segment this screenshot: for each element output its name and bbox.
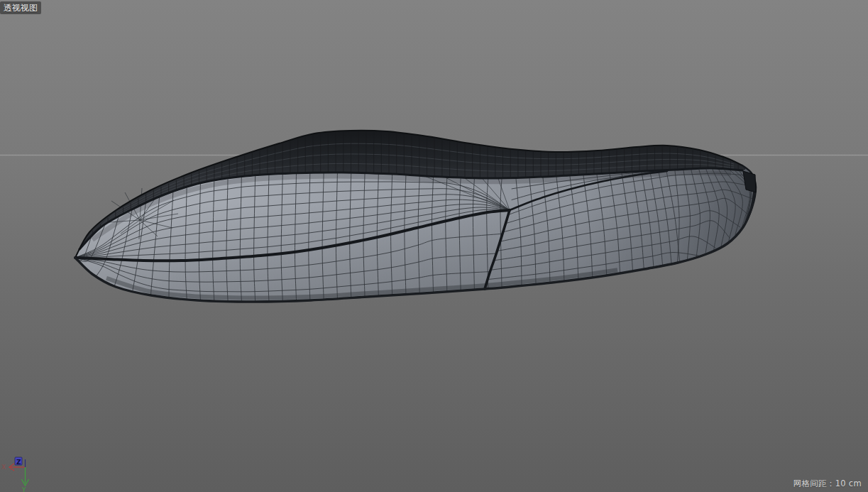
- viewport-label: 透视视图: [0, 1, 41, 14]
- mesh-object[interactable]: [75, 131, 756, 302]
- viewport-canvas[interactable]: X Z Y: [0, 0, 868, 492]
- x-axis-label: X: [1, 464, 6, 471]
- y-axis-label: Y: [21, 486, 26, 492]
- grid-spacing-status: 网格间距：10 cm: [793, 479, 862, 489]
- z-axis-label: Z: [16, 459, 21, 466]
- axis-gizmo: X Z Y: [1, 457, 29, 492]
